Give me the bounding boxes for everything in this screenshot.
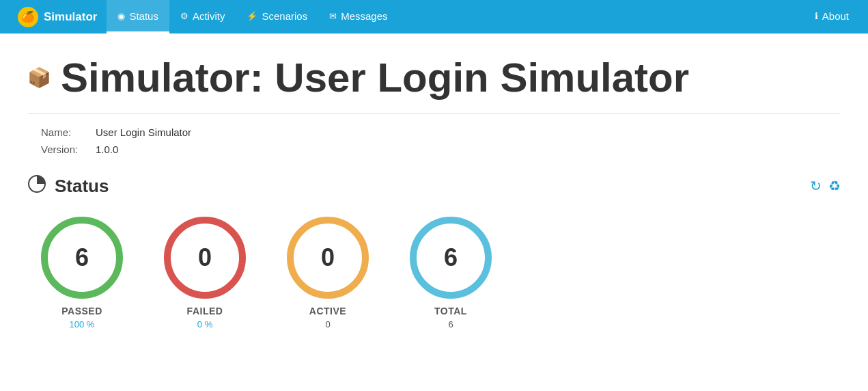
circle-total: 6	[410, 217, 492, 299]
circle-passed: 6	[41, 217, 123, 299]
recycle-button[interactable]: ♻	[828, 178, 841, 194]
refresh-button[interactable]: ↻	[810, 178, 822, 194]
activity-nav-icon: ⚙	[180, 11, 188, 21]
activity-nav-label: Activity	[193, 10, 225, 22]
card-sublabel-passed: 100 %	[70, 319, 95, 329]
card-sublabel-total: 6	[448, 319, 453, 329]
about-nav-icon: ℹ	[815, 11, 818, 21]
status-card-failed: 0 FAILED 0 %	[164, 217, 246, 329]
name-label: Name:	[41, 126, 96, 138]
status-nav-icon: ◉	[117, 11, 125, 21]
messages-nav-icon: ✉	[329, 11, 337, 21]
about-nav-label: About	[822, 10, 849, 22]
messages-nav-label: Messages	[341, 10, 387, 22]
status-title-icon	[27, 174, 46, 198]
info-table: Name: User Login Simulator Version: 1.0.…	[27, 126, 841, 155]
card-label-failed: FAILED	[187, 306, 223, 316]
version-value: 1.0.0	[96, 144, 118, 155]
main-content: 📦 Simulator: User Login Simulator Name: …	[0, 33, 868, 391]
section-actions: ↻ ♻	[810, 178, 841, 194]
status-card-total: 6 TOTAL 6	[410, 217, 492, 329]
page-title-section: 📦 Simulator: User Login Simulator	[27, 54, 841, 114]
recycle-icon: ♻	[828, 178, 841, 193]
card-label-total: TOTAL	[434, 306, 467, 316]
scenarios-nav-label: Scenarios	[262, 10, 307, 22]
circle-active: 0	[287, 217, 369, 299]
circle-value-passed: 6	[75, 243, 89, 272]
status-section-label: Status	[55, 176, 109, 197]
page-title: Simulator: User Login Simulator	[61, 54, 689, 101]
card-sublabel-active: 0	[325, 319, 330, 329]
status-card-passed: 6 PASSED 100 %	[41, 217, 123, 329]
brand-label: Simulator	[44, 10, 97, 24]
card-label-active: ACTIVE	[309, 306, 346, 316]
status-card-active: 0 ACTIVE 0	[287, 217, 369, 329]
nav-item-about[interactable]: ℹ About	[804, 0, 860, 33]
status-section-header: Status ↻ ♻	[27, 174, 841, 198]
circle-failed: 0	[164, 217, 246, 299]
scenarios-nav-icon: ⚡	[247, 11, 257, 21]
name-value: User Login Simulator	[96, 126, 191, 138]
nav-item-status[interactable]: ◉ Status	[107, 0, 169, 33]
page-title-icon: 📦	[27, 66, 51, 89]
nav-item-activity[interactable]: ⚙ Activity	[169, 0, 236, 33]
card-sublabel-failed: 0 %	[197, 319, 212, 329]
circle-value-failed: 0	[198, 243, 212, 272]
status-cards: 6 PASSED 100 % 0 FAILED 0 % 0 ACTIVE 0 6…	[27, 217, 841, 329]
pie-chart-icon	[27, 174, 46, 193]
navbar: 🍊 Simulator ◉ Status ⚙ Activity ⚡ Scenar…	[0, 0, 868, 33]
brand-icon: 🍊	[18, 7, 38, 27]
name-row: Name: User Login Simulator	[41, 126, 841, 138]
circle-value-total: 6	[444, 243, 458, 272]
status-title: Status	[27, 174, 109, 198]
card-label-passed: PASSED	[61, 306, 102, 316]
version-label: Version:	[41, 144, 96, 155]
circle-value-active: 0	[321, 243, 335, 272]
nav-brand[interactable]: 🍊 Simulator	[8, 0, 107, 33]
nav-item-scenarios[interactable]: ⚡ Scenarios	[236, 0, 318, 33]
status-nav-label: Status	[129, 10, 158, 22]
version-row: Version: 1.0.0	[41, 144, 841, 155]
nav-item-messages[interactable]: ✉ Messages	[318, 0, 398, 33]
refresh-icon: ↻	[810, 178, 822, 193]
